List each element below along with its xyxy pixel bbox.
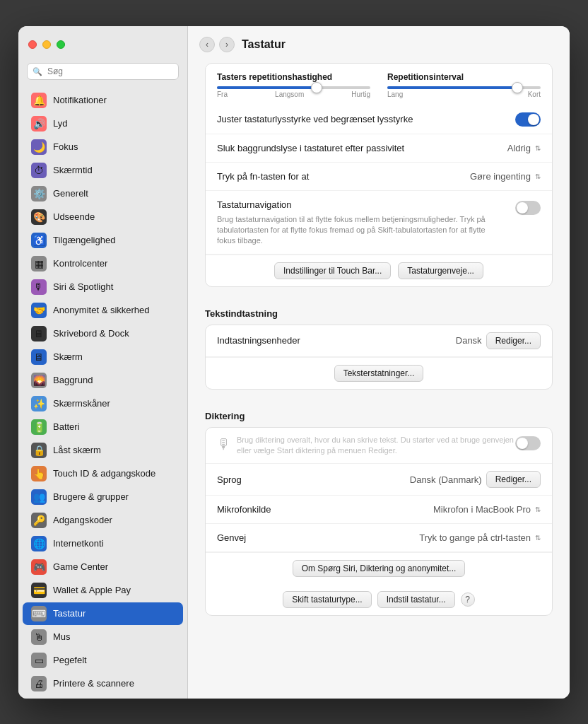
sidebar-item-touch-id[interactable]: 👆Touch ID & adgangskode — [23, 462, 183, 485]
sidebar-item-kontrolcenter[interactable]: ▦Kontrolcenter — [23, 252, 183, 275]
keyboard-speed-card: Tasters repetitionshastighed Fra Langsom… — [205, 63, 553, 287]
tilgaengelighed-icon: ♿ — [31, 233, 47, 248]
search-box[interactable]: 🔍 — [27, 63, 179, 80]
brightness-toggle[interactable] — [515, 112, 541, 127]
internetkonti-icon: 🌐 — [31, 536, 47, 551]
pegefelt-label: Pegefelt — [53, 655, 87, 665]
sidebar-item-printere-scannere[interactable]: 🖨Printere & scannere — [23, 672, 183, 695]
generelt-label: Generelt — [53, 188, 88, 199]
anonymitet-icon: 🤝 — [31, 303, 47, 318]
text-replace-button[interactable]: Teksterstatninger... — [334, 365, 424, 382]
sidebar-item-wallet[interactable]: 💳Wallet & Apple Pay — [23, 579, 183, 602]
devices-edit-button[interactable]: Rediger... — [486, 332, 541, 349]
dictation-lang-row: Sprog Dansk (Danmark) Rediger... — [206, 464, 552, 496]
repetition-interval-thumb[interactable] — [512, 82, 523, 93]
batteri-label: Batteri — [53, 421, 80, 432]
main-window: 🔍 🔔Notifikationer🔊Lyd🌙Fokus⏱Skærmtid⚙️Ge… — [18, 26, 570, 699]
dictation-card: 🎙 Brug diktering overalt, hvor du kan sk… — [205, 427, 553, 617]
bottom-buttons-row: Skift tastaturtype... Indstil tastatur..… — [206, 584, 552, 615]
speed-fast-label: Hurtig — [351, 90, 370, 98]
switch-type-button[interactable]: Skift tastaturtype... — [283, 591, 371, 608]
sidebar-item-notifikationer[interactable]: 🔔Notifikationer — [23, 89, 183, 112]
baggrund-icon: 🌄 — [31, 373, 47, 388]
dictation-lang-edit-button[interactable]: Rediger... — [486, 471, 541, 488]
siri-spotlight-label: Siri & Spotlight — [53, 281, 113, 292]
siri-spotlight-icon: 🎙 — [31, 279, 47, 295]
repetition-interval-slider-item: Repetitionsinterval Lang Kort — [387, 72, 541, 98]
privacy-button[interactable]: Om Spørg Siri, Diktering og anonymitet..… — [293, 560, 466, 577]
navigation-toggle[interactable] — [515, 201, 541, 215]
help-button[interactable]: ? — [461, 592, 475, 607]
repetition-speed-thumb[interactable] — [311, 82, 322, 93]
touch-id-label: Touch ID & adgangskode — [53, 468, 155, 479]
sidebar-item-skrivebord-dock[interactable]: 🖥Skrivebord & Dock — [23, 322, 183, 345]
fokus-label: Fokus — [53, 141, 78, 152]
main-titlebar: ‹ › Tastatur — [188, 26, 570, 63]
sidebar-item-game-center[interactable]: 🎮Game Center — [23, 556, 183, 578]
batteri-icon: 🔋 — [31, 419, 47, 435]
brightness-toggle-knob — [528, 114, 539, 125]
slider-section: Tasters repetitionshastighed Fra Langsom… — [206, 64, 552, 105]
tastatur-label: Tastatur — [53, 608, 86, 619]
sidebar-item-brugere-grupper[interactable]: 👥Brugere & grupper — [23, 486, 183, 508]
navigation-content: Tastaturnavigation Brug tastaturnavigati… — [217, 199, 515, 247]
brightness-row: Juster tastaturlysstyrke ved begrænset l… — [206, 105, 552, 134]
back-button[interactable]: ‹ — [199, 37, 215, 52]
shortcuts-button[interactable]: Tastaturgenveje... — [398, 262, 483, 279]
sidebar-item-adgangskoder[interactable]: 🔑Adgangskoder — [23, 509, 183, 532]
dictation-lang-value: Dansk (Danmark) — [410, 474, 482, 485]
sidebar-item-siri-spotlight[interactable]: 🎙Siri & Spotlight — [23, 276, 183, 298]
kontrolcenter-icon: ▦ — [31, 256, 47, 272]
search-input[interactable] — [27, 63, 179, 80]
speed-from-label: Fra — [217, 90, 228, 98]
fn-key-select-value: Gøre ingenting — [470, 171, 531, 182]
setup-keyboard-button[interactable]: Indstil tastatur... — [377, 591, 455, 608]
mic-source-label: Mikrofonkilde — [217, 504, 271, 515]
devices-label: Indtastningsenheder — [217, 335, 300, 346]
repetition-interval-track[interactable] — [387, 86, 541, 89]
sidebar-item-internetkonti[interactable]: 🌐Internetkonti — [23, 532, 183, 555]
kontrolcenter-label: Kontrolcenter — [53, 258, 107, 269]
backlight-select-value: Aldrig — [507, 143, 531, 153]
sidebar-item-udseende[interactable]: 🎨Udseende — [23, 206, 183, 228]
dictation-toggle[interactable] — [515, 436, 541, 450]
touch-id-icon: 👆 — [31, 466, 47, 481]
repetition-speed-track[interactable] — [217, 86, 370, 89]
backlight-value[interactable]: Aldrig ⇅ — [507, 143, 541, 153]
sidebar-item-generelt[interactable]: ⚙️Generelt — [23, 182, 183, 205]
sidebar-item-fokus[interactable]: 🌙Fokus — [23, 136, 183, 158]
sidebar-item-pegefelt[interactable]: ▭Pegefelt — [23, 649, 183, 672]
forward-button[interactable]: › — [219, 37, 235, 52]
shortcut-value[interactable]: Tryk to gange på ctrl-tasten ⇅ — [419, 532, 541, 543]
sidebar-item-skaerm[interactable]: 🖥Skærm — [23, 346, 183, 368]
laast-skaerm-label: Låst skærm — [53, 445, 101, 455]
sidebar-item-batteri[interactable]: 🔋Batteri — [23, 416, 183, 438]
sidebar-item-tastatur[interactable]: ⌨Tastatur — [23, 602, 183, 625]
sidebar-item-laast-skaerm[interactable]: 🔒Låst skærm — [23, 439, 183, 462]
maximize-button[interactable] — [57, 40, 65, 49]
sidebar-item-mus[interactable]: 🖱Mus — [23, 626, 183, 648]
backlight-row: Sluk baggrundslyse i tastaturet efter pa… — [206, 134, 552, 163]
skaermskaaner-label: Skærmskåner — [53, 398, 110, 409]
sidebar-item-skaermskaaner[interactable]: ✨Skærmskåner — [23, 392, 183, 415]
navigation-description: Brug tastaturnavigation til at flytte fo… — [217, 211, 504, 247]
sidebar-item-lyd[interactable]: 🔊Lyd — [23, 112, 183, 135]
repetition-speed-label: Tasters repetitionshastighed — [217, 72, 370, 82]
game-center-label: Game Center — [53, 561, 108, 572]
laast-skaerm-icon: 🔒 — [31, 443, 47, 458]
close-button[interactable] — [28, 40, 37, 49]
dictation-lang-value-area: Dansk (Danmark) Rediger... — [410, 471, 541, 488]
mic-source-value[interactable]: Mikrofon i MacBook Pro ⇅ — [433, 504, 541, 515]
text-input-heading: Tekstindtastning — [205, 298, 553, 325]
sidebar-item-baggrund[interactable]: 🌄Baggrund — [23, 369, 183, 392]
fn-key-value[interactable]: Gøre ingenting ⇅ — [470, 171, 541, 182]
udseende-label: Udseende — [53, 211, 95, 222]
mus-label: Mus — [53, 631, 71, 642]
minimize-button[interactable] — [42, 40, 51, 49]
sidebar-item-skaermtid[interactable]: ⏱Skærmtid — [23, 159, 183, 182]
touch-bar-button[interactable]: Indstillinger til Touch Bar... — [274, 262, 391, 279]
mus-icon: 🖱 — [31, 629, 47, 645]
sidebar-item-anonymitet[interactable]: 🤝Anonymitet & sikkerhed — [23, 299, 183, 322]
printere-scannere-label: Printere & scannere — [53, 678, 134, 689]
sidebar-item-tilgaengelighed[interactable]: ♿Tilgængelighed — [23, 229, 183, 252]
